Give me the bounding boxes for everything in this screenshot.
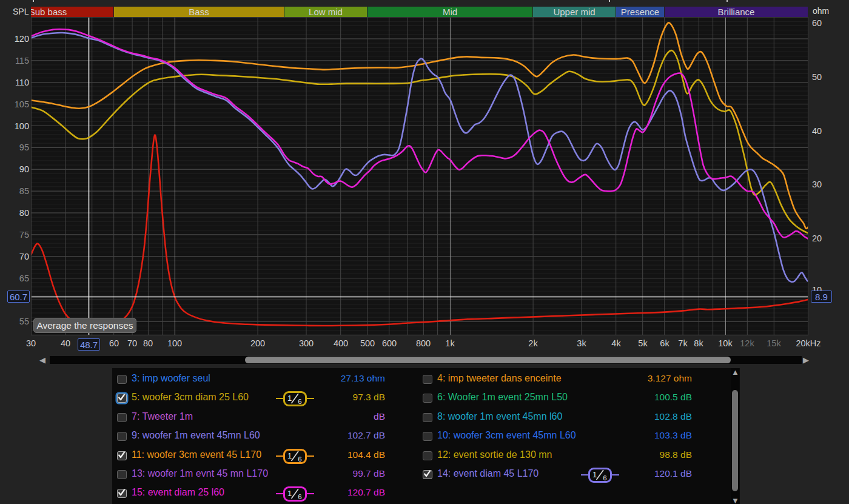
svg-text:1: 1: [287, 451, 291, 460]
svg-text:1: 1: [287, 489, 291, 498]
svg-text:6: 6: [298, 455, 301, 463]
svg-text:6: 6: [603, 474, 606, 482]
svg-text:1: 1: [592, 470, 596, 479]
svg-text:6: 6: [298, 493, 301, 500]
svg-text:6: 6: [298, 398, 301, 405]
svg-text:1: 1: [287, 394, 291, 403]
